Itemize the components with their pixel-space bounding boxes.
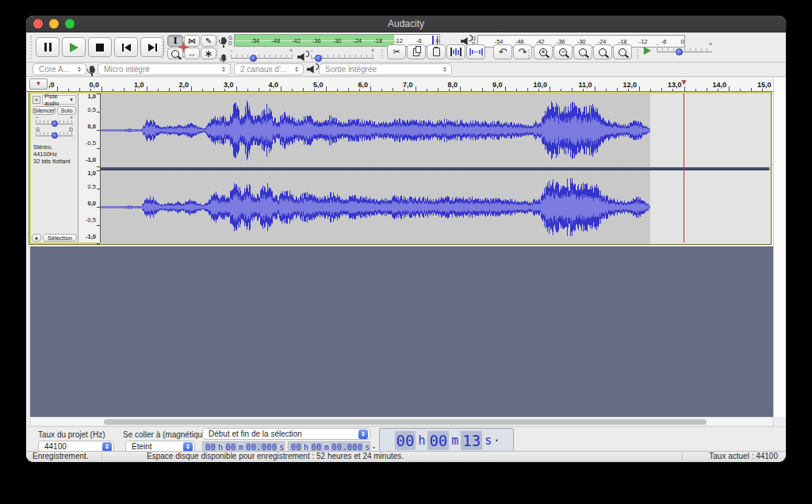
vertical-scrollbar[interactable] xyxy=(773,78,786,417)
chevron-down-icon[interactable]: ▾ xyxy=(373,445,376,450)
selection-tool-icon: I xyxy=(173,36,177,45)
vertical-scale-label: 0,5 xyxy=(88,184,96,190)
horizontal-scrollbar[interactable] xyxy=(30,417,773,426)
copy-button[interactable] xyxy=(407,44,426,59)
vertical-scale-tick xyxy=(97,189,100,189)
pan-slider[interactable]: G D xyxy=(36,131,73,139)
status-separator xyxy=(682,452,683,461)
envelope-tool-button[interactable]: ⋈ xyxy=(184,35,200,47)
project-rate-label: Taux du projet (Hz) xyxy=(38,430,105,439)
zoom-toggle-button[interactable] xyxy=(613,44,632,59)
fit-project-button[interactable] xyxy=(593,44,612,59)
silence-audio-button[interactable] xyxy=(466,44,485,59)
recording-volume-slider[interactable]: - + xyxy=(231,52,293,62)
gain-knob[interactable] xyxy=(52,120,58,127)
close-window-icon[interactable] xyxy=(33,19,43,29)
vertical-scale-tick xyxy=(97,94,100,94)
cut-button[interactable]: ✂ xyxy=(387,44,406,59)
zoom-out-button[interactable]: − xyxy=(553,44,573,59)
collapse-track-button[interactable]: ▲ xyxy=(32,234,41,242)
chevron-down-icon[interactable]: ▾ xyxy=(495,437,498,444)
mute-button[interactable]: Silencer xyxy=(33,106,56,115)
solo-button[interactable]: Solo xyxy=(57,106,76,115)
pan-left-label: G xyxy=(36,127,40,132)
copy-icon xyxy=(413,48,419,56)
multi-tool-button[interactable]: ∗ xyxy=(201,48,216,59)
selection-tool-button[interactable]: I xyxy=(167,35,183,47)
pan-knob[interactable] xyxy=(52,132,58,139)
horizontal-scrollbar-thumb[interactable] xyxy=(104,419,707,425)
zoom-in-button[interactable]: + xyxy=(534,44,553,59)
vertical-scale-tick xyxy=(97,130,100,131)
recording-device-select[interactable]: Micro intégré xyxy=(98,63,231,75)
seconds-value[interactable]: 13 xyxy=(461,431,482,450)
vertical-scale-right-channel: 1,00,50,0-0,5-1,0 xyxy=(79,170,100,244)
play-speed-slider[interactable]: - + xyxy=(657,46,712,55)
meter-tick-label: -18 xyxy=(373,37,382,44)
audio-position-display[interactable]: 00h00m13s▾ xyxy=(379,428,514,452)
minutes-unit: m xyxy=(449,433,461,448)
minutes-value[interactable]: 00 xyxy=(427,431,449,450)
mute-label: Silencer xyxy=(33,107,55,114)
draw-tool-icon: ✎ xyxy=(205,37,212,45)
vertical-scale-label: 1,0 xyxy=(88,94,96,100)
fit-selection-icon xyxy=(579,48,587,56)
status-message: Enregistrement. xyxy=(33,452,89,461)
zoom-tool-button[interactable] xyxy=(167,48,183,59)
title-bar[interactable]: Audacity xyxy=(26,16,786,32)
skip-to-end-button[interactable] xyxy=(140,37,164,57)
vertical-scale-tick xyxy=(97,148,100,149)
ruler-scale[interactable]: 1,00,01,02,03,04,05,06,07,08,09,010,011,… xyxy=(48,78,773,91)
fit-project-icon xyxy=(599,48,607,56)
timeshift-tool-icon: ↔ xyxy=(188,50,196,58)
timeshift-tool-button[interactable]: ↔ xyxy=(184,48,200,59)
playback-volume-slider[interactable]: - + xyxy=(311,52,374,62)
zoom-in-icon: + xyxy=(539,48,547,56)
playback-device-value: Sortie intégrée xyxy=(325,65,437,74)
paste-button[interactable] xyxy=(427,44,446,59)
zoom-window-icon[interactable] xyxy=(65,19,75,29)
play-speed-knob[interactable] xyxy=(676,48,683,55)
undo-button[interactable]: ↶ xyxy=(493,44,512,59)
trim-audio-button[interactable] xyxy=(446,44,465,59)
waveform-right-channel[interactable] xyxy=(101,170,771,244)
toolbar-grip[interactable] xyxy=(528,49,531,59)
vertical-scale-label: 0,5 xyxy=(88,107,96,113)
device-toolbar: Core A... Micro intégré 2 canaux d'... S… xyxy=(26,63,786,77)
status-bar: Enregistrement. Espace disque disponible… xyxy=(26,451,786,462)
stop-button[interactable] xyxy=(88,37,112,57)
pause-button[interactable] xyxy=(36,37,59,57)
track-name-menu[interactable]: Piste audio ▼ xyxy=(42,95,76,105)
playback-device-select[interactable]: Sortie intégrée xyxy=(319,63,452,75)
fit-selection-button[interactable] xyxy=(573,44,592,59)
toolbar-grip[interactable] xyxy=(637,49,640,59)
playback-volume-knob[interactable] xyxy=(315,55,322,62)
waveform-area[interactable] xyxy=(101,94,769,242)
selection-mode-select[interactable]: Début et fin de la sélection xyxy=(202,428,370,440)
audio-host-select[interactable]: Core A... xyxy=(33,63,86,75)
recording-volume-knob[interactable] xyxy=(250,55,257,62)
timeline-ruler[interactable]: ▼ 1,00,01,02,03,04,05,06,07,08,09,010,01… xyxy=(26,78,773,92)
skip-to-start-button[interactable] xyxy=(114,37,138,57)
pinned-playhead-button[interactable]: ▼ xyxy=(29,78,48,90)
toolbar-grip[interactable] xyxy=(162,36,165,59)
gain-slider[interactable]: − + xyxy=(36,119,73,127)
play-at-speed-icon[interactable] xyxy=(644,47,651,55)
close-track-button[interactable]: x xyxy=(33,96,40,104)
vertical-scale[interactable]: 1,00,50,0-0,5-1,0 1,00,50,0-0,5-1,0 xyxy=(79,94,101,242)
record-position-marker[interactable]: ▼ xyxy=(680,78,688,87)
toolbar-grip[interactable] xyxy=(381,49,385,59)
draw-tool-button[interactable]: ✎ xyxy=(201,35,216,47)
hours-value[interactable]: 00 xyxy=(395,431,416,450)
selection-mode-value: Début et fin de la sélection xyxy=(209,430,355,438)
skip-to-end-icon xyxy=(148,44,157,52)
vertical-scale-label: -1,0 xyxy=(86,157,96,163)
select-track-button[interactable]: Sélection xyxy=(43,234,77,242)
minimize-window-icon[interactable] xyxy=(49,19,59,29)
waveform-left-channel[interactable] xyxy=(101,94,771,167)
zoom-tool-icon xyxy=(171,50,179,58)
toolbar-grip[interactable] xyxy=(30,36,33,59)
audio-track[interactable]: x Piste audio ▼ Silencer Solo − + G xyxy=(29,91,772,245)
play-button[interactable] xyxy=(62,37,86,57)
recording-channels-select[interactable]: 2 canaux d'... xyxy=(234,63,304,75)
